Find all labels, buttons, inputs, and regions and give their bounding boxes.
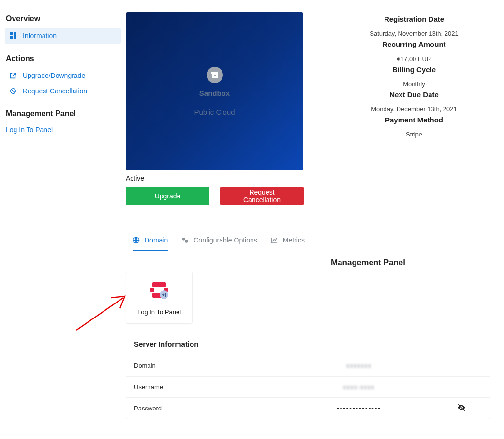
recurring-amount-heading: Recurring Amount [329, 40, 499, 48]
svg-rect-0 [10, 32, 13, 35]
tabs: Domain Configurable Options Metrics [126, 229, 504, 251]
svg-rect-12 [150, 288, 154, 292]
password-value: •••••••••••••• [236, 405, 482, 412]
tab-label: Configurable Options [193, 236, 257, 244]
svg-rect-10 [152, 282, 166, 287]
billing-cycle-value: Monthly [329, 80, 499, 88]
sidebar: Overview Information Actions Upgrade/Dow… [0, 12, 126, 136]
upgrade-button[interactable]: Upgrade [126, 187, 209, 205]
tab-metrics[interactable]: Metrics [271, 229, 305, 251]
sidebar-item-label: Request Cancellation [23, 87, 87, 95]
domain-value: xxxxxxx [236, 362, 482, 369]
overview-heading: Overview [6, 15, 121, 23]
ban-icon [10, 88, 17, 94]
product-name: Sandbox [199, 89, 230, 97]
tab-configurable-options[interactable]: Configurable Options [181, 229, 257, 251]
tile-label: Log In To Panel [137, 308, 181, 316]
payment-method-value: Stripe [329, 131, 499, 138]
request-cancellation-button[interactable]: Request Cancellation [220, 187, 304, 205]
sidebar-item-upgrade[interactable]: Upgrade/Downgrade [5, 68, 121, 83]
svg-rect-1 [14, 32, 16, 39]
toggle-password-icon[interactable] [457, 403, 466, 413]
product-card: Sandbox Public Cloud [126, 12, 303, 170]
recurring-amount-value: €17,00 EUR [329, 55, 499, 62]
chart-icon [271, 237, 278, 244]
server-info-row-domain: Domain xxxxxxx [126, 355, 490, 377]
tab-domain[interactable]: Domain [133, 229, 168, 251]
tab-label: Metrics [283, 236, 305, 244]
openstack-icon [149, 280, 169, 300]
svg-rect-5 [212, 74, 218, 78]
archive-icon [207, 67, 223, 83]
registration-date-value: Saturday, November 13th, 2021 [329, 30, 499, 37]
username-value: xxxx-xxxx [236, 383, 482, 391]
svg-rect-6 [214, 75, 216, 76]
next-due-value: Monday, December 13th, 2021 [329, 106, 499, 113]
password-label: Password [134, 405, 236, 412]
sidebar-login-link[interactable]: Log In To Panel [5, 123, 121, 136]
billing-cycle-heading: Billing Cycle [329, 65, 499, 74]
billing-info: Registration Date Saturday, November 13t… [310, 12, 504, 140]
username-label: Username [134, 383, 236, 391]
svg-rect-15 [165, 293, 166, 297]
sidebar-item-cancel[interactable]: Request Cancellation [5, 83, 121, 99]
server-info-heading: Server Information [126, 333, 490, 355]
management-heading: Management Panel [6, 109, 121, 118]
login-panel-tile[interactable]: Log In To Panel [126, 272, 193, 324]
product-status: Active [126, 174, 310, 182]
payment-method-heading: Payment Method [329, 116, 499, 124]
server-info-row-password: Password •••••••••••••• [126, 398, 490, 419]
main-content: Sandbox Public Cloud Active Upgrade Requ… [126, 12, 504, 419]
svg-point-9 [185, 240, 188, 243]
sidebar-item-label: Information [23, 32, 57, 40]
management-panel-title: Management Panel [232, 258, 504, 268]
svg-rect-2 [10, 36, 13, 39]
actions-heading: Actions [6, 54, 121, 63]
external-link-icon [10, 72, 17, 79]
server-info-row-username: Username xxxx-xxxx [126, 377, 490, 398]
product-group: Public Cloud [194, 108, 235, 116]
domain-label: Domain [134, 362, 236, 369]
info-icon [10, 32, 17, 39]
svg-point-8 [182, 237, 185, 240]
next-due-heading: Next Due Date [329, 91, 499, 99]
tab-label: Domain [145, 236, 168, 244]
sidebar-item-label: Upgrade/Downgrade [23, 72, 85, 79]
sidebar-item-information[interactable]: Information [5, 28, 121, 44]
registration-date-heading: Registration Date [329, 15, 499, 23]
server-info-card: Server Information Domain xxxxxxx Userna… [126, 333, 490, 419]
cogs-icon [181, 237, 189, 244]
svg-rect-4 [211, 72, 218, 74]
globe-icon [133, 237, 140, 244]
